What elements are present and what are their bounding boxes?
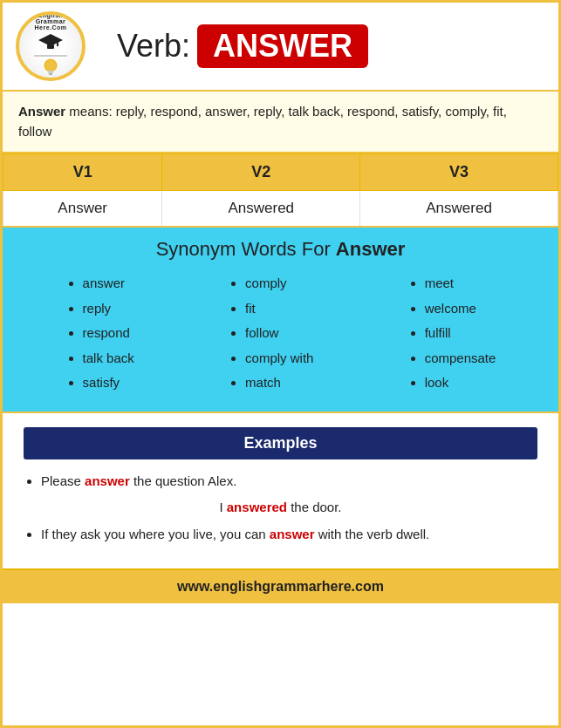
meaning-bold-word: Answer [18,104,65,119]
synonym-col-1: answer reply respond talk back satisfy [65,271,134,396]
footer: www.englishgrammarhere.com [3,568,558,603]
footer-url: www.englishgrammarhere.com [177,579,384,594]
synonym-title-text: Synonym Words For [156,238,336,260]
synonym-item: satisfy [83,371,134,396]
main-word: ANSWER [197,24,368,68]
logo: EnglishGrammarHere.Com [16,11,86,81]
synonym-item: respond [83,321,134,346]
logo-text: EnglishGrammarHere.Com [34,12,66,31]
svg-rect-4 [48,71,53,73]
table-cell-v2: Answered [162,191,360,228]
example-2-before: I [219,500,226,514]
synonym-col-2: comply fit follow comply with match [228,271,313,396]
header-section: EnglishGrammarHere.Com [3,3,558,92]
synonym-item: meet [425,271,496,296]
example-3-after: with the verb dwell. [315,527,430,541]
examples-header: Examples [24,427,537,459]
synonym-item: fit [245,296,313,322]
table-header-v2: V2 [162,154,360,191]
synonym-item: follow [245,321,313,346]
example-item-1: Please answer the question Alex. [41,472,537,492]
synonym-item: fulfill [425,321,496,346]
example-item-3: If they ask you where you live, you can … [41,525,537,545]
graduation-hat-icon [38,32,63,50]
example-3-red: answer [270,527,315,541]
examples-section: Examples Please answer the question Alex… [3,413,558,569]
synonym-item: comply [245,271,313,296]
verb-table: V1 V2 V3 Answer Answered Answered [3,153,558,228]
meaning-section: Answer means: reply, respond, answer, re… [3,92,558,153]
table-cell-v3: Answered [360,191,558,228]
example-2-after: the door. [287,500,342,514]
meaning-text: means: reply, respond, answer, reply, ta… [18,104,507,139]
synonym-item: answer [83,271,134,296]
bulb-icon [43,58,58,81]
example-1-red: answer [85,473,130,488]
synonym-section: Synonym Words For Answer answer reply re… [3,228,558,413]
synonym-columns: answer reply respond talk back satisfy c… [18,271,543,396]
synonym-item: comply with [245,346,313,371]
example-2-red: answered [227,500,287,514]
svg-rect-1 [47,44,54,49]
synonym-item: welcome [425,296,496,322]
example-list: Please answer the question Alex. I answe… [24,472,537,545]
synonym-item: match [245,371,313,396]
uk-flag-icon [34,55,67,57]
table-header-v3: V3 [360,154,558,191]
svg-point-3 [44,59,57,71]
svg-rect-5 [49,73,52,75]
svg-marker-0 [38,34,63,46]
example-1-before: Please [41,473,85,488]
synonym-item: talk back [83,346,134,371]
synonym-title-bold: Answer [336,238,405,260]
example-1-after: the question Alex. [130,473,237,488]
synonym-item: compensate [425,346,496,371]
synonym-title: Synonym Words For Answer [18,238,543,261]
synonym-item: reply [83,296,134,322]
synonym-item: look [425,371,496,396]
table-cell-v1: Answer [3,191,162,228]
verb-label: Verb: [117,28,190,65]
example-item-2: I answered the door. [24,498,537,518]
table-header-v1: V1 [3,154,162,191]
synonym-col-3: meet welcome fulfill compensate look [407,271,496,396]
example-3-before: If they ask you where you live, you can [41,527,270,541]
